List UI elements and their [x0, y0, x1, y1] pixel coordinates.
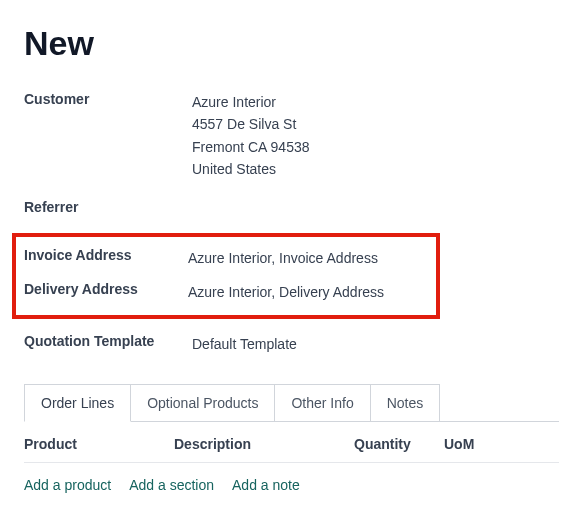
tab-optional-products[interactable]: Optional Products [130, 384, 275, 421]
table-header: Product Description Quantity UoM [24, 422, 559, 463]
page-title: New [24, 24, 559, 63]
customer-country: United States [192, 158, 310, 180]
delivery-address-row: Delivery Address Azure Interior, Deliver… [24, 281, 436, 303]
customer-label: Customer [24, 91, 192, 107]
table-actions: Add a product Add a section Add a note [24, 463, 559, 507]
delivery-address-label: Delivery Address [24, 281, 188, 297]
invoice-address-value[interactable]: Azure Interior, Invoice Address [188, 247, 378, 269]
referrer-label: Referrer [24, 199, 192, 215]
quotation-template-label: Quotation Template [24, 333, 192, 349]
customer-city: Fremont CA 94538 [192, 136, 310, 158]
add-product-link[interactable]: Add a product [24, 477, 111, 493]
quotation-template-row: Quotation Template Default Template [24, 333, 559, 355]
delivery-address-value[interactable]: Azure Interior, Delivery Address [188, 281, 384, 303]
tab-notes[interactable]: Notes [370, 384, 441, 421]
customer-name: Azure Interior [192, 91, 310, 113]
column-uom[interactable]: UoM [444, 436, 524, 452]
referrer-row: Referrer [24, 199, 559, 215]
tab-order-lines[interactable]: Order Lines [24, 384, 131, 422]
column-product[interactable]: Product [24, 436, 174, 452]
column-description[interactable]: Description [174, 436, 354, 452]
address-highlight: Invoice Address Azure Interior, Invoice … [12, 233, 440, 320]
tab-bar: Order Lines Optional Products Other Info… [24, 384, 559, 422]
add-note-link[interactable]: Add a note [232, 477, 300, 493]
customer-street: 4557 De Silva St [192, 113, 310, 135]
invoice-address-label: Invoice Address [24, 247, 188, 263]
invoice-address-row: Invoice Address Azure Interior, Invoice … [24, 247, 436, 269]
tab-other-info[interactable]: Other Info [274, 384, 370, 421]
customer-row: Customer Azure Interior 4557 De Silva St… [24, 91, 559, 181]
quotation-template-value[interactable]: Default Template [192, 333, 297, 355]
customer-value[interactable]: Azure Interior 4557 De Silva St Fremont … [192, 91, 310, 181]
add-section-link[interactable]: Add a section [129, 477, 214, 493]
column-quantity[interactable]: Quantity [354, 436, 444, 452]
